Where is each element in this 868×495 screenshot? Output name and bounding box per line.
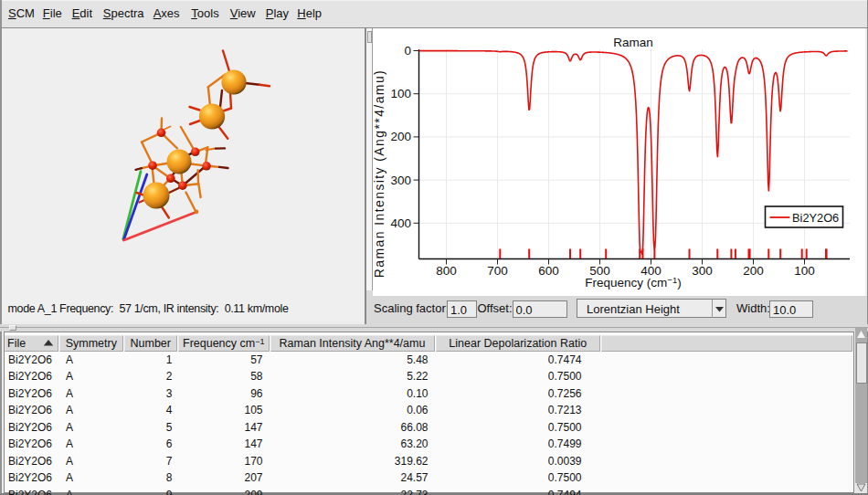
- svg-text:700: 700: [487, 264, 508, 278]
- svg-text:800: 800: [436, 264, 457, 278]
- svg-text:300: 300: [692, 264, 713, 278]
- svg-text:Raman Intensity (Ang**4/amu): Raman Intensity (Ang**4/amu): [372, 69, 386, 278]
- svg-text:100: 100: [794, 264, 815, 278]
- svg-text:Raman: Raman: [613, 36, 653, 49]
- svg-text:600: 600: [538, 264, 559, 278]
- svg-text:100: 100: [390, 87, 411, 100]
- svg-text:0: 0: [404, 44, 411, 58]
- svg-text:300: 300: [390, 174, 411, 187]
- svg-text:200: 200: [743, 264, 764, 278]
- svg-text:400: 400: [390, 216, 411, 230]
- svg-text:Bi2Y2O6: Bi2Y2O6: [792, 211, 839, 225]
- svg-text:200: 200: [390, 130, 411, 143]
- svg-text:Frequency (cm−1): Frequency (cm−1): [585, 275, 681, 290]
